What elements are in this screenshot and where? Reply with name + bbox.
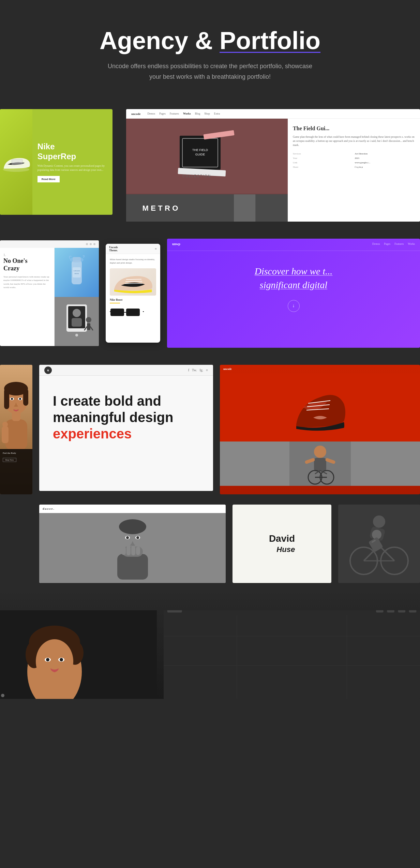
nav-item-extra: Extra bbox=[214, 112, 220, 115]
svg-point-24 bbox=[73, 309, 81, 317]
purple-nav-features: Features bbox=[394, 242, 404, 245]
screenshots-row-4: dazze. bbox=[0, 501, 420, 590]
ig-icon: Ig. bbox=[200, 368, 204, 372]
portrait-svg bbox=[0, 365, 32, 449]
title-plain: Agency & bbox=[100, 27, 220, 54]
blog-left-panel: 1. No One'sCrazy Your personal experienc… bbox=[0, 248, 55, 346]
svg-rect-64 bbox=[117, 554, 148, 580]
portfolio-nav: uncode Demos Pages Features Works Blog S… bbox=[126, 109, 420, 119]
nike-read-more-button[interactable]: Read More bbox=[38, 176, 60, 182]
dazze-person-svg bbox=[99, 517, 167, 580]
year-value: 2021 bbox=[355, 157, 415, 160]
mobile-shoe-svg bbox=[111, 270, 155, 294]
bottom-left-preview bbox=[0, 610, 157, 699]
svg-rect-42 bbox=[4, 389, 9, 409]
nav-item-pages: Pages bbox=[159, 112, 166, 115]
svg-rect-18 bbox=[73, 267, 81, 278]
mobile-text-body: Milan based design studio focusing on id… bbox=[110, 258, 156, 265]
portfolio-sub-image: METRO bbox=[126, 194, 288, 222]
mobile-caption: Nike Boost bbox=[110, 298, 156, 301]
nike-description: With Dynamic Content, you can create per… bbox=[38, 164, 107, 171]
nike-shoe-area bbox=[0, 109, 32, 215]
svg-point-95 bbox=[36, 639, 73, 684]
services-label: Services bbox=[293, 152, 353, 155]
red-top-half bbox=[220, 373, 420, 442]
purple-arrow-button[interactable]: ↓ bbox=[288, 300, 300, 312]
nike-title: Nike SuperRep bbox=[38, 142, 107, 162]
link-label: Link bbox=[293, 161, 353, 164]
svg-rect-55 bbox=[314, 458, 326, 472]
header-subtitle: Uncode offers endless possibilities to c… bbox=[108, 61, 312, 82]
svg-text:GINGER: GINGER bbox=[73, 270, 80, 272]
screenshot-bold-design: u f Tw. Ig. ≡ I create bold and meaningf… bbox=[39, 365, 213, 491]
portfolio-nav-items: Demos Pages Features Works Blog Shop Ext… bbox=[148, 112, 220, 115]
nav-dot-2 bbox=[90, 243, 92, 245]
svg-rect-109 bbox=[376, 610, 383, 612]
svg-point-17 bbox=[70, 257, 84, 263]
sunglasses-svg bbox=[110, 307, 144, 317]
blog-right-panel: GINGER BEER bbox=[55, 248, 99, 346]
svg-rect-33 bbox=[110, 309, 124, 316]
svg-rect-48 bbox=[2, 426, 9, 443]
svg-line-29 bbox=[90, 327, 93, 330]
screenshot-purple: unwp Demos Pages Features Works Discover… bbox=[167, 239, 420, 348]
mobile-content: Milan based design studio focusing on id… bbox=[106, 254, 160, 323]
svg-rect-110 bbox=[387, 610, 394, 612]
mobile-top-bar: UncodeTheme. ≡ bbox=[106, 244, 160, 254]
blog-nav-bar bbox=[0, 240, 99, 248]
screenshot-blog: 1. No One'sCrazy Your personal experienc… bbox=[0, 240, 99, 346]
red-nav: uncode bbox=[220, 365, 420, 373]
nav-item-shop: Shop bbox=[204, 112, 210, 115]
screenshots-row-3: Feel the Body Shop Now u f Tw. Ig. ≡ I c… bbox=[0, 358, 420, 501]
svg-text:METRO: METRO bbox=[142, 204, 180, 212]
bottom-section bbox=[0, 590, 420, 699]
bottom-left-svg bbox=[0, 610, 157, 699]
metro-svg: METRO bbox=[126, 194, 288, 222]
red-shoe-svg bbox=[289, 377, 351, 438]
bottom-right-svg bbox=[164, 610, 420, 699]
bottom-right-preview bbox=[164, 610, 420, 699]
header-section: Agency & Portfolio Uncode offers endless… bbox=[0, 0, 420, 102]
screenshot-portrait: Feel the Body Shop Now bbox=[0, 365, 32, 494]
blog-content: 1. No One'sCrazy Your personal experienc… bbox=[0, 248, 99, 346]
portfolio-nav-logo: uncode bbox=[131, 112, 141, 116]
purple-nav-items: Demos Pages Features Works bbox=[372, 242, 415, 245]
svg-point-99 bbox=[60, 658, 63, 661]
portrait-btn[interactable]: Shop Now bbox=[3, 458, 16, 462]
year-label: Year bbox=[293, 157, 353, 160]
nav-dot-1 bbox=[86, 243, 88, 245]
svg-text:COLLECTION: COLLECTION bbox=[182, 174, 211, 178]
screenshot-cyclist bbox=[338, 505, 420, 583]
svg-point-26 bbox=[86, 317, 91, 323]
dazze-nav: dazze. bbox=[39, 505, 226, 513]
portrait-label: Feel the Body bbox=[3, 452, 30, 454]
nike-shoe-svg bbox=[0, 143, 32, 181]
purple-nav-demos: Demos bbox=[372, 242, 380, 245]
nav-item-features: Features bbox=[170, 112, 179, 115]
hamburger-icon: ≡ bbox=[155, 247, 157, 251]
screenshot-red: uncode bbox=[220, 365, 420, 494]
page-wrapper: Agency & Portfolio Uncode offers endless… bbox=[0, 0, 420, 699]
svg-point-71 bbox=[136, 536, 139, 539]
david-content: David Huse bbox=[232, 505, 331, 583]
purple-content: Discover how we t... significant digital… bbox=[167, 251, 420, 325]
mobile-underline bbox=[110, 303, 120, 303]
share-icons: f t g in p bbox=[355, 166, 415, 168]
title-accent: Portfolio bbox=[220, 27, 320, 54]
svg-point-23 bbox=[75, 334, 78, 336]
portfolio-text-body: Game plan through the lens of what could… bbox=[293, 135, 415, 147]
screenshots-row-1: Nike SuperRep With Dynamic Content, you … bbox=[0, 102, 420, 228]
fitness-svg bbox=[289, 442, 351, 486]
bold-design-logo: u bbox=[44, 366, 52, 374]
svg-point-100 bbox=[1, 694, 4, 697]
screenshot-david: David Huse bbox=[232, 505, 331, 583]
nav-item-blog: Blog bbox=[195, 112, 200, 115]
blog-body: Your personal experiences with money mak… bbox=[3, 275, 51, 289]
portfolio-text-area: The Field Gui... Game plan through the l… bbox=[288, 119, 420, 222]
dazze-content bbox=[39, 513, 226, 583]
portfolio-content: THE FIELD GUIDE COLLECTION bbox=[126, 119, 420, 222]
svg-line-31 bbox=[125, 281, 142, 282]
svg-point-98 bbox=[46, 658, 49, 661]
bottom-right-image bbox=[164, 610, 420, 699]
menu-icon: ≡ bbox=[206, 368, 208, 372]
